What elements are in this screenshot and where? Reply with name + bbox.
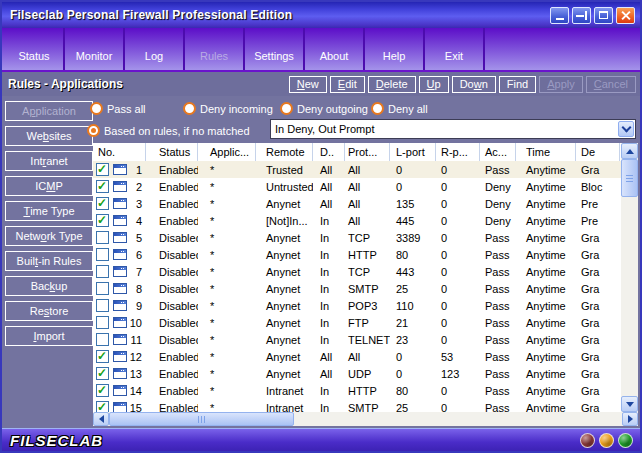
column-header-no[interactable]: No. xyxy=(93,143,146,161)
rule-enabled-checkbox[interactable] xyxy=(96,299,109,312)
horizontal-scroll-thumb[interactable] xyxy=(109,412,294,426)
column-header-applic[interactable]: Applic... xyxy=(198,143,256,161)
table-row[interactable]: 14Enabled*IntranetInHTTP800PassAnytimeGr… xyxy=(93,382,621,399)
application-window-icon xyxy=(113,351,127,362)
rule-enabled-checkbox[interactable] xyxy=(96,401,109,412)
rule-enabled-checkbox[interactable] xyxy=(96,163,109,176)
column-header-status[interactable]: Status xyxy=(146,143,198,161)
rule-enabled-checkbox[interactable] xyxy=(96,333,109,346)
column-header-l-port[interactable]: L-port xyxy=(390,143,436,161)
toolbar-button-status[interactable]: Status xyxy=(5,28,65,70)
sidebar-item-websites[interactable]: Websites xyxy=(5,126,93,146)
title-bar[interactable]: Filseclab Personal Firewall Professional… xyxy=(2,2,640,28)
default-rule-dropdown[interactable]: In Deny, Out Prompt xyxy=(270,119,636,139)
rule-enabled-checkbox[interactable] xyxy=(96,282,109,295)
rule-enabled-checkbox[interactable] xyxy=(96,316,109,329)
column-header-ac[interactable]: Ac... xyxy=(480,143,516,161)
rule-enabled-checkbox[interactable] xyxy=(96,367,109,380)
table-row[interactable]: 9Disabled*AnynetInPOP31100PassAnytimeGra xyxy=(93,297,621,314)
scroll-up-button[interactable] xyxy=(621,143,638,159)
table-row[interactable]: 6Disabled*AnynetInHTTP800PassAnytimeGra xyxy=(93,246,621,263)
table-row[interactable]: 10Disabled*AnynetInFTP210PassAnytimeGra xyxy=(93,314,621,331)
scroll-left-button[interactable] xyxy=(93,412,109,426)
red-light[interactable] xyxy=(580,433,595,448)
table-row[interactable]: 2Enabled*UntrustedAllAll00DenyAnytimeBlo… xyxy=(93,178,621,195)
column-header-prot[interactable]: Prot... xyxy=(345,143,390,161)
rule-enabled-checkbox[interactable] xyxy=(96,350,109,363)
sidebar-item-built-in-rules[interactable]: Built-in Rules xyxy=(5,251,93,271)
sidebar-item-backup[interactable]: Backup xyxy=(5,276,93,296)
radio-deny-all[interactable]: Deny all xyxy=(371,102,428,115)
minimize-button[interactable] xyxy=(550,7,569,24)
radio-deny-incoming[interactable]: Deny incoming xyxy=(183,102,273,115)
scroll-down-button[interactable] xyxy=(621,396,638,412)
rule-enabled-checkbox[interactable] xyxy=(96,180,109,193)
rule-number-cell: 14 xyxy=(93,384,146,397)
rule-enabled-checkbox[interactable] xyxy=(96,214,109,227)
table-row[interactable]: 4Enabled*[Not]In...InAll4450DenyAnytimeP… xyxy=(93,212,621,229)
rule-enabled-checkbox[interactable] xyxy=(96,248,109,261)
up-button[interactable]: Up xyxy=(419,76,449,93)
application-window-icon xyxy=(113,300,127,311)
column-header-remote[interactable]: Remote xyxy=(256,143,313,161)
scroll-right-button[interactable] xyxy=(622,412,638,426)
toolbar-button-log[interactable]: Log xyxy=(125,28,185,70)
sidebar-item-application[interactable]: Application xyxy=(5,101,93,121)
toolbar-button-about[interactable]: About xyxy=(305,28,365,70)
sidebar-item-icmp[interactable]: ICMP xyxy=(5,176,93,196)
table-row[interactable]: 15Enabled*IntranetInSMTP250PassAnytimeGr… xyxy=(93,399,621,412)
table-row[interactable]: 13Enabled*AnynetAllUDP0123PassAnytimeGra xyxy=(93,365,621,382)
content-area: ApplicationWebsitesIntranetICMPTime Type… xyxy=(2,96,640,428)
green-light[interactable] xyxy=(618,433,633,448)
cell-remote: Untrusted xyxy=(256,181,313,193)
table-row[interactable]: 12Enabled*AnynetAllAll053PassAnytimeGra xyxy=(93,348,621,365)
radio-pass-all[interactable]: Pass all xyxy=(90,102,146,115)
sidebar-item-network-type[interactable]: Network Type xyxy=(5,226,93,246)
table-row[interactable]: 7Disabled*AnynetInTCP4430PassAnytimeGra xyxy=(93,263,621,280)
find-button[interactable]: Find xyxy=(499,76,536,93)
minimize-to-tray-button[interactable] xyxy=(572,7,591,24)
table-row[interactable]: 8Disabled*AnynetInSMTP250PassAnytimeGra xyxy=(93,280,621,297)
sidebar-item-intranet[interactable]: Intranet xyxy=(5,151,93,171)
column-header-d[interactable]: D.. xyxy=(313,143,345,161)
radio-label: Deny outgoing xyxy=(297,103,368,115)
cell-proto: All xyxy=(345,164,390,176)
radio-deny-outgoing[interactable]: Deny outgoing xyxy=(280,102,368,115)
table-row[interactable]: 3Enabled*AnynetAllAll1350DenyAnytimePre xyxy=(93,195,621,212)
toolbar-button-monitor[interactable]: Monitor xyxy=(65,28,125,70)
toolbar-button-help[interactable]: Help xyxy=(365,28,425,70)
cell-action: Pass xyxy=(480,249,516,261)
cell-proto: TELNET xyxy=(345,334,390,346)
edit-button[interactable]: Edit xyxy=(330,76,365,93)
column-header-time[interactable]: Time xyxy=(516,143,576,161)
rule-enabled-checkbox[interactable] xyxy=(96,231,109,244)
column-header-r-p[interactable]: R-p... xyxy=(436,143,480,161)
dropdown-arrow-button[interactable] xyxy=(618,121,634,137)
maximize-button[interactable] xyxy=(594,7,613,24)
rule-number: 5 xyxy=(127,232,146,244)
table-row[interactable]: 5Disabled*AnynetInTCP33890PassAnytimeGra xyxy=(93,229,621,246)
rule-enabled-checkbox[interactable] xyxy=(96,197,109,210)
toolbar-button-exit[interactable]: Exit xyxy=(425,28,485,70)
toolbar-button-rules[interactable]: Rules xyxy=(185,28,245,70)
column-header-de[interactable]: De xyxy=(576,143,620,161)
down-button[interactable]: Down xyxy=(452,76,496,93)
cell-lport: 25 xyxy=(390,402,436,413)
sidebar-item-import[interactable]: Import xyxy=(5,326,93,346)
amber-light[interactable] xyxy=(599,433,614,448)
close-button[interactable] xyxy=(616,7,635,24)
cell-action: Pass xyxy=(480,385,516,397)
rule-enabled-checkbox[interactable] xyxy=(96,384,109,397)
horizontal-scrollbar[interactable] xyxy=(93,412,638,426)
vertical-scroll-thumb[interactable] xyxy=(621,159,638,197)
delete-button[interactable]: Delete xyxy=(368,76,416,93)
rule-enabled-checkbox[interactable] xyxy=(96,265,109,278)
table-row[interactable]: 11Disabled*AnynetInTELNET230PassAnytimeG… xyxy=(93,331,621,348)
vertical-scrollbar[interactable] xyxy=(621,143,638,412)
table-row[interactable]: 1Enabled*TrustedAllAll00PassAnytimeGra xyxy=(93,161,621,178)
sidebar-item-restore[interactable]: Restore xyxy=(5,301,93,321)
sidebar-item-time-type[interactable]: Time Type xyxy=(5,201,93,221)
new-button[interactable]: New xyxy=(289,76,327,93)
radio-based-on-rules-if-no-matched[interactable]: Based on rules, if no matched xyxy=(87,124,250,137)
toolbar-button-settings[interactable]: Settings xyxy=(245,28,305,70)
